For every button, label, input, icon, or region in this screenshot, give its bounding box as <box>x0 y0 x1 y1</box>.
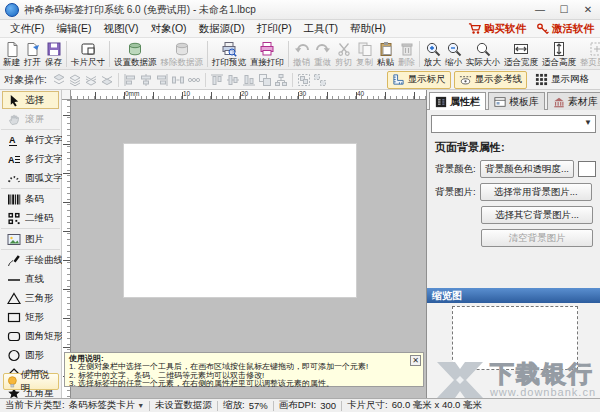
close-button[interactable]: ✕ <box>576 0 600 19</box>
send-backward-icon <box>84 73 98 87</box>
save-button[interactable]: 保存 <box>43 39 64 69</box>
zoom-out-button[interactable]: 缩小 <box>443 39 464 69</box>
buy-software-link[interactable]: 购买软件 <box>468 22 526 36</box>
arc-text-icon <box>6 171 22 185</box>
tool-qrcode[interactable]: 二维码 <box>2 209 59 227</box>
minimize-button[interactable]: — <box>528 0 552 19</box>
tool-select[interactable]: 选择 <box>2 91 59 109</box>
tool-image[interactable]: 图片 <box>2 230 59 248</box>
instructions-close-button[interactable]: ✕ <box>410 355 421 366</box>
bg-color-swatch[interactable] <box>578 161 596 177</box>
card-type-caret-icon[interactable]: ▼ <box>137 402 144 409</box>
bg-other-image-button[interactable]: 选择其它背景图片... <box>481 206 593 224</box>
tool-line[interactable]: 直线 <box>2 270 59 288</box>
page-bg-section-title: 页面背景属性: <box>435 140 600 155</box>
object-ops-label: 对象操作: <box>4 73 47 87</box>
paste-button[interactable]: 粘贴 <box>375 39 396 69</box>
remove-datasource-button[interactable]: 移除数据源 <box>159 39 206 69</box>
title-bar: 神奇条码标签打印系统 6.0 (免费试用) - 未命名1.lbcp — ☐ ✕ <box>0 0 600 20</box>
usage-help-button[interactable]: 使用说明 <box>3 373 59 390</box>
tool-multi-text[interactable]: A 多行文字 <box>2 150 59 168</box>
thumbnail-preview[interactable] <box>452 306 578 370</box>
menu-print[interactable]: 打印(P) <box>251 22 298 36</box>
maximize-button[interactable]: ☐ <box>552 0 576 19</box>
fit-width-button[interactable]: 适合宽度 <box>502 39 540 69</box>
set-datasource-button[interactable]: 设置数据源 <box>112 39 159 69</box>
print-preview-button[interactable]: 打印预览 <box>210 39 248 69</box>
menu-object[interactable]: 对象(O) <box>144 22 192 36</box>
zoom-label: 缩放: <box>223 399 245 412</box>
menu-tools[interactable]: 工具(T) <box>298 22 344 36</box>
card-type-value[interactable]: 条码标签类卡片 <box>69 399 136 412</box>
card-size-icon <box>80 41 96 57</box>
menu-view[interactable]: 视图(V) <box>97 22 144 36</box>
undo-button[interactable]: 撤销 <box>291 39 312 69</box>
align-left-icon <box>123 73 137 87</box>
actual-size-button[interactable]: 实际大小 <box>464 39 502 69</box>
full-page-button[interactable]: 整页显示 <box>578 39 600 69</box>
show-ruler-toggle[interactable]: 显示标尺 <box>387 71 451 89</box>
new-button[interactable]: 新建 <box>1 39 22 69</box>
align-middle-icon <box>226 73 240 87</box>
copy-button[interactable]: 复制 <box>354 39 375 69</box>
card-size-button[interactable]: 卡片尺寸 <box>69 39 107 69</box>
bring-to-front-icon <box>52 73 66 87</box>
full-page-icon <box>589 41 600 57</box>
window-title: 神奇条码标签打印系统 6.0 (免费试用) - 未命名1.lbcp <box>24 3 256 17</box>
bg-color-button[interactable]: 背景颜色和透明度... <box>480 160 575 178</box>
save-icon <box>46 41 62 57</box>
show-guides-toggle[interactable]: 显示参考线 <box>454 71 528 89</box>
app-logo-icon <box>5 3 19 17</box>
object-selector-dropdown[interactable]: ▼ <box>431 115 596 133</box>
redo-button[interactable]: 重做 <box>312 39 333 69</box>
direct-print-button[interactable]: 直接打印 <box>248 39 286 69</box>
tool-rect[interactable]: 矩形 <box>2 308 59 326</box>
menu-edit[interactable]: 编辑(E) <box>50 22 97 36</box>
tool-curve[interactable]: 手绘曲线 <box>2 251 59 269</box>
open-button[interactable]: 打开 <box>22 39 43 69</box>
direct-print-icon <box>259 41 275 57</box>
send-to-back-icon <box>100 73 114 87</box>
align-center-h-icon <box>139 73 153 87</box>
lightbulb-icon <box>6 375 19 389</box>
show-grid-toggle[interactable]: 显示网格 <box>530 71 594 89</box>
tool-barcode[interactable]: 条码 <box>2 190 59 208</box>
hand-icon <box>6 112 22 126</box>
fit-height-button[interactable]: 适合高度 <box>540 39 578 69</box>
tool-arc-text[interactable]: 圆弧文字 <box>2 169 59 187</box>
undo-icon <box>294 41 310 57</box>
tool-triangle[interactable]: 三角形 <box>2 289 59 307</box>
object-toolbar: 对象操作: 显示标尺 显示参考线 <box>0 70 600 90</box>
tab-properties[interactable]: 属性栏 <box>429 92 486 110</box>
card-size-label: 卡片尺寸: <box>347 399 388 412</box>
rounded-rectangle-icon <box>6 329 22 343</box>
activate-software-link[interactable]: 激活软件 <box>536 22 594 36</box>
app-window: 神奇条码标签打印系统 6.0 (免费试用) - 未命名1.lbcp — ☐ ✕ … <box>0 0 600 412</box>
key-icon <box>536 22 549 35</box>
tool-scroll[interactable]: 滚屏 <box>2 110 59 128</box>
ungroup-icon <box>313 73 327 87</box>
tab-templates[interactable]: 模板库 <box>488 92 545 110</box>
status-bar: 当前卡片类型: 条码标签类卡片 ▼ 未设置数据源 缩放: 57% 画布DPI: … <box>0 398 600 412</box>
label-canvas[interactable] <box>124 144 356 297</box>
zoom-in-button[interactable]: 放大 <box>422 39 443 69</box>
bg-common-image-button[interactable]: 选择常用背景图片... <box>480 183 592 201</box>
ruler-label: 30 <box>299 90 306 97</box>
circle-icon <box>6 348 22 362</box>
properties-icon <box>435 96 447 108</box>
bg-clear-button[interactable]: 清空背景图片 <box>481 229 593 247</box>
horizontal-ruler: 0mm 10 20 30 40 <box>71 90 426 100</box>
tool-circle[interactable]: 圆形 <box>2 346 59 364</box>
group-icon <box>297 73 311 87</box>
trash-icon <box>399 41 415 57</box>
cut-button[interactable]: 剪切 <box>333 39 354 69</box>
menu-file[interactable]: 文件(F) <box>4 22 50 36</box>
material-library-icon <box>553 96 565 108</box>
tool-single-text[interactable]: A 单行文字 <box>2 131 59 149</box>
menu-datasource[interactable]: 数据源(D) <box>193 22 251 36</box>
delete-button[interactable]: 删除 <box>396 39 417 69</box>
tool-rounded-rect[interactable]: 圆角矩形 <box>2 327 59 345</box>
ruler-label: 20 <box>241 90 248 97</box>
menu-help[interactable]: 帮助(H) <box>344 22 392 36</box>
tab-materials[interactable]: 素材库 <box>547 92 600 110</box>
